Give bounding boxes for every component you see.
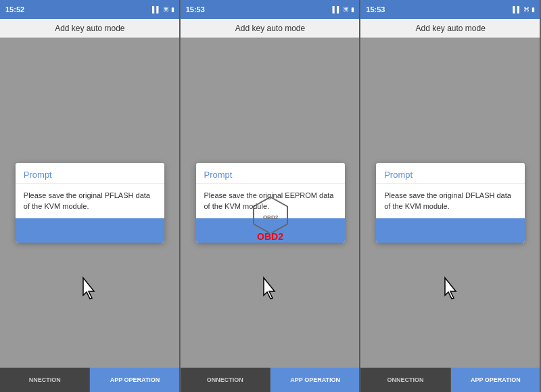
- wifi-icon-1: ⌘: [163, 6, 169, 13]
- screen-2: 15:53 ▌▌ ⌘ ▮ Add key auto mode Prompt Pl…: [181, 0, 361, 392]
- dialog-header-2: Prompt: [196, 163, 345, 184]
- battery-icon-3: ▮: [532, 6, 535, 13]
- status-bar-2: 15:53 ▌▌ ⌘ ▮: [181, 0, 360, 19]
- content-area-2: Prompt Please save the original EEPROM d…: [181, 38, 360, 368]
- status-time-1: 15:52: [5, 5, 24, 14]
- signal-icon-1: ▌▌: [152, 6, 161, 13]
- bottom-tab-operation-2[interactable]: APP OPERATION: [270, 368, 360, 392]
- bottom-tab-connection-2[interactable]: ONNECTION: [181, 368, 270, 392]
- content-area-3: Prompt Please save the original DFLASH d…: [360, 38, 540, 368]
- title-bar-1: Add key auto mode: [0, 19, 180, 38]
- status-bar-3: 15:53 ▌▌ ⌘ ▮: [360, 0, 540, 19]
- dialog-title-3: Prompt: [384, 170, 413, 180]
- dialog-body-1: Please save the original PFLASH data of …: [16, 184, 164, 218]
- status-icons-3: ▌▌ ⌘ ▮: [513, 6, 535, 13]
- title-bar-2: Add key auto mode: [181, 19, 360, 38]
- content-area-1: Prompt Please save the original PFLASH d…: [0, 38, 180, 368]
- dialog-footer-3[interactable]: [376, 218, 525, 243]
- wifi-icon-2: ⌘: [343, 6, 349, 13]
- cursor-3: [442, 276, 462, 303]
- title-bar-3: Add key auto mode: [360, 19, 540, 38]
- dialog-header-1: Prompt: [16, 163, 164, 184]
- status-time-2: 15:53: [186, 5, 205, 14]
- cursor-icon-2: [260, 276, 281, 301]
- dialog-header-3: Prompt: [376, 163, 525, 184]
- dialog-1: Prompt Please save the original PFLASH d…: [16, 163, 164, 243]
- cursor-2: [260, 276, 281, 303]
- bottom-tab-connection-1[interactable]: NNECTION: [0, 368, 90, 392]
- bottom-bar-3: ONNECTION APP OPERATION: [360, 368, 540, 392]
- bottom-tab-connection-3[interactable]: ONNECTION: [360, 368, 450, 392]
- battery-icon-1: ▮: [171, 6, 174, 13]
- status-icons-2: ▌▌ ⌘ ▮: [333, 6, 355, 13]
- title-text-2: Add key auto mode: [235, 24, 305, 33]
- status-time-3: 15:53: [366, 5, 385, 14]
- bottom-bar-2: ONNECTION APP OPERATION: [181, 368, 360, 392]
- signal-icon-2: ▌▌: [333, 6, 342, 13]
- bottom-tab-operation-1[interactable]: APP OPERATION: [90, 368, 179, 392]
- dialog-footer-2[interactable]: [196, 218, 345, 243]
- bottom-tab-operation-3[interactable]: APP OPERATION: [451, 368, 540, 392]
- dialog-title-1: Prompt: [24, 170, 52, 180]
- dialog-footer-1[interactable]: [16, 218, 164, 243]
- battery-icon-2: ▮: [351, 6, 354, 13]
- dialog-body-2: Please save the original EEPROM data of …: [196, 184, 345, 218]
- status-bar-1: 15:52 ▌▌ ⌘ ▮: [0, 0, 180, 19]
- title-text-3: Add key auto mode: [415, 24, 485, 33]
- dialog-2: Prompt Please save the original EEPROM d…: [196, 163, 345, 243]
- title-text-1: Add key auto mode: [55, 24, 124, 33]
- cursor-icon-1: [80, 276, 100, 301]
- wifi-icon-3: ⌘: [523, 6, 530, 13]
- signal-icon-3: ▌▌: [513, 6, 521, 13]
- cursor-1: [80, 276, 100, 303]
- dialog-title-2: Prompt: [204, 170, 233, 180]
- status-icons-1: ▌▌ ⌘ ▮: [152, 6, 174, 13]
- dialog-3: Prompt Please save the original DFLASH d…: [376, 163, 525, 243]
- screen-3: 15:53 ▌▌ ⌘ ▮ Add key auto mode Prompt Pl…: [360, 0, 541, 392]
- bottom-bar-1: NNECTION APP OPERATION: [0, 368, 180, 392]
- dialog-body-3: Please save the original DFLASH data of …: [376, 184, 525, 218]
- cursor-icon-3: [442, 276, 462, 301]
- screen-1: 15:52 ▌▌ ⌘ ▮ Add key auto mode Prompt Pl…: [0, 0, 181, 392]
